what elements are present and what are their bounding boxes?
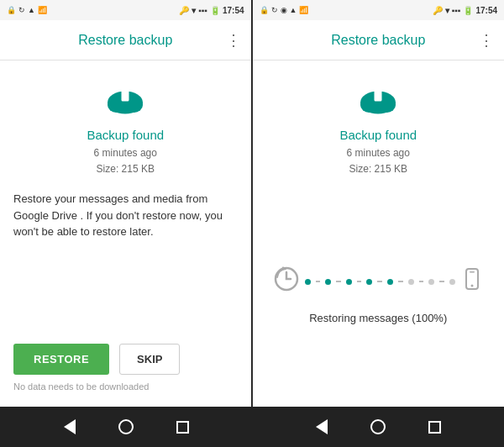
top-bar-1: Restore backup ⋮ — [0, 20, 251, 60]
content-1: Backup found 6 minutes ago Size: 215 KB … — [0, 60, 251, 407]
progress-dot-7 — [449, 279, 455, 285]
history-icon — [273, 266, 300, 298]
recents-button-2[interactable] — [428, 421, 441, 434]
signal-status-icon: ▪▪▪ — [198, 6, 207, 15]
key-icon: 🔑 — [179, 6, 189, 15]
sync-icon-2: ↻ — [271, 6, 278, 14]
svg-rect-14 — [470, 271, 475, 273]
nav-buttons-1 — [42, 407, 210, 447]
sync-icon: ↻ — [18, 6, 25, 14]
time-display-2: 17:54 — [475, 6, 497, 15]
page-title-1: Restore backup — [78, 33, 172, 48]
wifi-status-icon: ▾ — [192, 6, 196, 15]
progress-dot-4 — [387, 279, 393, 285]
signal-bars-2: ▪▪▪ — [452, 6, 461, 15]
dot-line-0 — [316, 281, 321, 282]
back-button-1[interactable] — [64, 419, 76, 434]
time-display: 17:54 — [223, 6, 244, 15]
menu-icon-2[interactable]: ⋮ — [479, 31, 494, 50]
backup-found-label-2: Backup found — [339, 128, 417, 142]
svg-marker-9 — [372, 82, 385, 92]
cloud-upload-icon — [100, 77, 150, 121]
status-right-info: 🔑 ▾ ▪▪▪ 🔋 17:54 — [179, 6, 244, 15]
dot-line-2 — [357, 281, 362, 282]
page-title-2: Restore backup — [331, 33, 425, 48]
skip-button[interactable]: SKIP — [119, 344, 180, 375]
nav-buttons-2 — [294, 407, 462, 447]
progress-dot-0 — [305, 279, 311, 285]
android-icon: 🔒 — [7, 6, 16, 14]
screen-2: 🔒 ↻ ◉ ▲ 📶 🔑 ▾ ▪▪▪ 🔋 17:54 Restore backup… — [253, 0, 505, 407]
progress-area: Restoring messages (100%) — [266, 191, 491, 398]
home-button-2[interactable] — [370, 419, 386, 434]
status-left-icons-2: 🔒 ↻ ◉ ▲ 📶 — [260, 6, 309, 14]
restore-description: Restore your messages and media from Goo… — [13, 191, 238, 240]
screen-1: 🔒 ↻ ▲ 📶 🔑 ▾ ▪▪▪ 🔋 17:54 Restore backup ⋮ — [0, 0, 252, 407]
svg-marker-4 — [119, 82, 132, 92]
backup-time-2: 6 minutes ago — [347, 145, 410, 161]
backup-time-1: 6 minutes ago — [94, 145, 157, 161]
status-bar-2: 🔒 ↻ ◉ ▲ 📶 🔑 ▾ ▪▪▪ 🔋 17:54 — [253, 0, 505, 20]
no-download-label: No data needs to be downloaded — [13, 381, 238, 392]
progress-dot-3 — [366, 279, 372, 285]
recents-button-1[interactable] — [176, 421, 189, 434]
backup-found-label-1: Backup found — [87, 128, 164, 142]
dot-line-6 — [439, 281, 444, 282]
signal-icon-2: 📶 — [299, 6, 308, 14]
progress-dot-1 — [325, 279, 331, 285]
android-icon-2: 🔒 — [260, 6, 269, 14]
back-button-2[interactable] — [316, 419, 328, 434]
home-button-1[interactable] — [118, 419, 134, 434]
wifi-icon: ▲ — [28, 6, 35, 14]
backup-meta-1: 6 minutes ago Size: 215 KB — [94, 145, 157, 177]
battery-icon-2: 🔋 — [463, 6, 473, 15]
location-icon-2: ◉ — [281, 6, 287, 14]
action-buttons: RESTORE SKIP — [13, 344, 238, 375]
status-left-icons: 🔒 ↻ ▲ 📶 — [7, 6, 47, 14]
progress-dot-5 — [408, 279, 414, 285]
key-icon-2: 🔑 — [433, 6, 443, 15]
progress-dots — [305, 279, 456, 285]
backup-size-1: Size: 215 KB — [94, 161, 157, 177]
phone-icon — [460, 267, 484, 297]
svg-point-13 — [471, 284, 474, 287]
menu-icon-1[interactable]: ⋮ — [226, 31, 241, 50]
navigation-bar — [0, 407, 504, 447]
content-2: Backup found 6 minutes ago Size: 215 KB — [253, 60, 505, 407]
restoring-label: Restoring messages (100%) — [309, 312, 447, 324]
backup-size-2: Size: 215 KB — [347, 161, 410, 177]
cloud-upload-icon-2 — [353, 77, 403, 121]
battery-icon: 🔋 — [210, 6, 220, 15]
backup-meta-2: 6 minutes ago Size: 215 KB — [347, 145, 410, 177]
top-bar-2: Restore backup ⋮ — [253, 20, 505, 60]
progress-track — [266, 266, 491, 298]
wifi-icon-2: ▲ — [290, 6, 297, 14]
wifi-status-icon-2: ▾ — [445, 6, 449, 15]
dot-line-4 — [398, 281, 403, 282]
dot-line-1 — [336, 281, 341, 282]
progress-dot-2 — [346, 279, 352, 285]
dot-line-3 — [377, 281, 382, 282]
dot-line-5 — [419, 281, 424, 282]
status-bar-1: 🔒 ↻ ▲ 📶 🔑 ▾ ▪▪▪ 🔋 17:54 — [0, 0, 251, 20]
progress-dot-6 — [428, 279, 434, 285]
signal-icon: 📶 — [38, 6, 47, 14]
restore-button[interactable]: RESTORE — [13, 344, 109, 375]
status-right-info-2: 🔑 ▾ ▪▪▪ 🔋 17:54 — [433, 6, 497, 15]
